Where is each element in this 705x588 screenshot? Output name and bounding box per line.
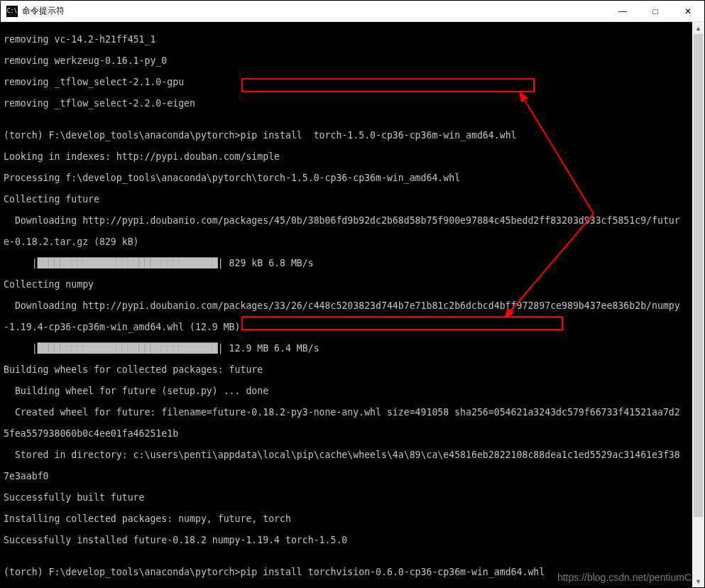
maximize-button[interactable]: □ <box>639 1 672 22</box>
output-line: removing _tflow_select-2.1.0-gpu <box>4 77 704 87</box>
vertical-scrollbar[interactable]: ▲ ▼ <box>692 22 704 587</box>
output-line: Building wheels for collected packages: … <box>4 364 704 375</box>
terminal-output[interactable]: removing vc-14.2-h21ff451_1 removing wer… <box>1 22 704 587</box>
output-line: Stored in directory: c:\users\penti\appd… <box>4 450 704 460</box>
output-line: Building wheel for future (setup.py) ...… <box>4 386 704 396</box>
output-line: Successfully installed future-0.18.2 num… <box>4 535 704 545</box>
output-line: Downloading http://pypi.doubanio.com/pac… <box>4 215 704 226</box>
output-line: |████████████████████████████████| 12.9 … <box>4 343 704 354</box>
close-button[interactable]: ✕ <box>672 1 704 22</box>
window-titlebar: C:\ 命令提示符 — □ ✕ <box>1 1 704 22</box>
output-line: removing _tflow_select-2.2.0-eigen <box>4 98 704 109</box>
output-line: |████████████████████████████████| 829 k… <box>4 258 704 268</box>
output-line: Downloading http://pypi.doubanio.com/pac… <box>4 300 704 311</box>
scrollbar-up-arrow-icon[interactable]: ▲ <box>692 22 704 34</box>
output-line: -1.19.4-cp36-cp36m-win_amd64.whl (12.9 M… <box>4 322 704 332</box>
watermark-text: https://blog.csdn.net/pentiumC <box>557 572 692 583</box>
scrollbar-down-arrow-icon[interactable]: ▼ <box>692 575 704 587</box>
output-line: Successfully built future <box>4 492 704 503</box>
window-controls: — □ ✕ <box>606 1 704 22</box>
window-title: 命令提示符 <box>22 5 606 17</box>
output-line: 7e3aabf0 <box>4 471 704 481</box>
cmd-icon: C:\ <box>6 6 18 17</box>
output-line: Looking in indexes: http://pypi.douban.c… <box>4 151 704 162</box>
output-line: Collecting future <box>4 194 704 205</box>
output-line: Created wheel for future: filename=futur… <box>4 407 704 418</box>
output-line: removing werkzeug-0.16.1-py_0 <box>4 55 704 66</box>
output-line: Collecting numpy <box>4 279 704 290</box>
prompt-line: (torch) F:\develop_tools\anaconda\pytorc… <box>4 130 704 141</box>
output-line: Processing f:\develop_tools\anaconda\pyt… <box>4 173 704 183</box>
output-line: e-0.18.2.tar.gz (829 kB) <box>4 236 704 247</box>
output-line: 5fea557938060b0c4ee01fa46251e1b <box>4 428 704 439</box>
minimize-button[interactable]: — <box>606 1 639 22</box>
output-line: removing vc-14.2-h21ff451_1 <box>4 34 704 45</box>
scrollbar-thumb[interactable] <box>694 34 703 517</box>
output-line: Installing collected packages: numpy, fu… <box>4 513 704 524</box>
